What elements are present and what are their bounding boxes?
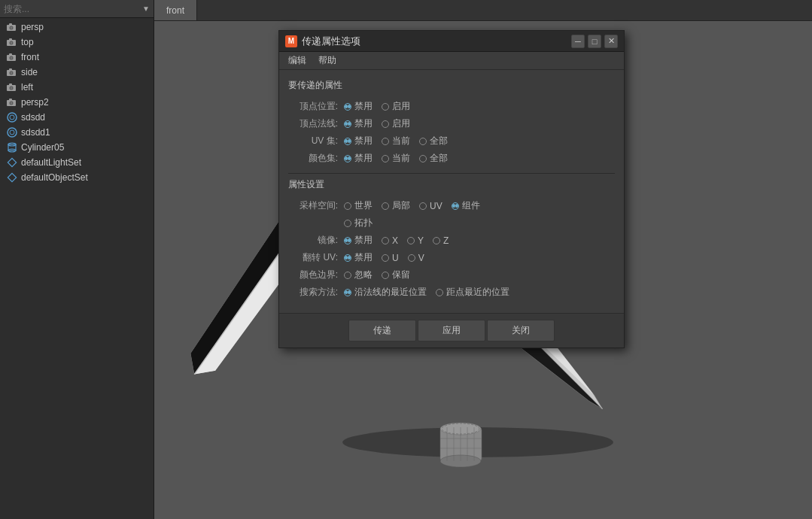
sidebar-item-persp2[interactable]: persp2 xyxy=(0,95,154,110)
mirror-z[interactable]: Z xyxy=(433,235,449,246)
defaultObjectSet-icon xyxy=(6,173,18,182)
uv-set-current[interactable]: 当前 xyxy=(382,135,410,147)
viewport-topbar: front xyxy=(154,0,812,21)
sidebar-item-label-persp2: persp2 xyxy=(21,97,49,108)
dialog-menu-edit[interactable]: 编辑 xyxy=(282,53,312,68)
row-vertex-position: 顶点位置: 禁用 启用 xyxy=(288,98,615,115)
sdsdd-icon xyxy=(6,113,18,122)
sample-component[interactable]: 组件 xyxy=(452,199,480,212)
close-button[interactable]: 关闭 xyxy=(487,320,555,341)
sidebar-item-label-defaultLightSet: defaultLightSet xyxy=(21,157,81,168)
sidebar-item-sdsdd[interactable]: sdsdd xyxy=(0,110,154,125)
mirror-disable[interactable]: 禁用 xyxy=(344,234,373,247)
uv-set-all[interactable]: 全部 xyxy=(419,135,448,147)
sidebar-item-top[interactable]: top xyxy=(0,35,154,50)
svg-rect-17 xyxy=(9,83,12,86)
sidebar-item-side[interactable]: side xyxy=(0,65,154,80)
sample-space-label: 采样空间: xyxy=(288,197,341,214)
sidebar: ▼ persp top front xyxy=(0,0,154,519)
vertex-position-disable[interactable]: 禁用 xyxy=(344,100,373,113)
row-vertex-normal: 顶点法线: 禁用 启用 xyxy=(288,115,615,132)
sample-space-options: 世界 局部 UV 组件 xyxy=(341,197,615,214)
sample-local[interactable]: 局部 xyxy=(382,199,410,212)
vertex-position-enable-label: 启用 xyxy=(392,100,410,113)
row-topology: 拓扑 xyxy=(288,214,615,232)
dialog-title: M 传递属性选项 xyxy=(285,35,360,48)
color-border-preserve[interactable]: 保留 xyxy=(382,269,410,281)
svg-point-19 xyxy=(11,87,13,90)
topology-label xyxy=(288,214,341,232)
color-set-current-label: 当前 xyxy=(392,152,410,165)
color-set-disable[interactable]: 禁用 xyxy=(344,152,373,165)
sidebar-item-left[interactable]: left xyxy=(0,80,154,95)
sidebar-item-sdsdd1[interactable]: sdsdd1 xyxy=(0,125,154,140)
color-set-all[interactable]: 全部 xyxy=(419,152,448,165)
dialog-title-icon: M xyxy=(285,35,297,47)
vertex-normal-disable-label: 禁用 xyxy=(354,117,373,130)
topology-radio[interactable]: 拓扑 xyxy=(344,217,373,229)
row-flip-uv: 翻转 UV: 禁用 U V xyxy=(288,249,615,266)
uv-set-disable[interactable]: 禁用 xyxy=(344,135,373,147)
flip-uv-disable[interactable]: 禁用 xyxy=(344,251,373,264)
defaultLightSet-icon xyxy=(6,158,18,167)
sidebar-item-label-top: top xyxy=(21,37,34,47)
dialog-maximize-button[interactable]: □ xyxy=(588,35,601,48)
svg-rect-5 xyxy=(9,38,12,41)
mirror-y[interactable]: Y xyxy=(407,235,424,246)
transfer-attr-dialog: M 传递属性选项 ─ □ ✕ 编辑 帮助 要传递的属性 顶点位置: xyxy=(278,30,625,348)
mirror-x[interactable]: X xyxy=(382,235,398,246)
divider1 xyxy=(288,173,615,174)
uv-set-label: UV 集: xyxy=(288,132,341,150)
transfer-button[interactable]: 传递 xyxy=(348,320,416,341)
flip-uv-label: 翻转 UV: xyxy=(288,249,341,266)
row-color-border: 颜色边界: 忽略 保留 xyxy=(288,266,615,284)
sidebar-item-defaultLightSet[interactable]: defaultLightSet xyxy=(0,155,154,170)
sidebar-item-persp[interactable]: persp xyxy=(0,20,154,35)
uv-set-all-label: 全部 xyxy=(430,135,448,147)
viewport-tab-front[interactable]: front xyxy=(154,0,197,20)
sample-world[interactable]: 世界 xyxy=(344,199,373,212)
vertex-position-enable[interactable]: 启用 xyxy=(382,100,410,113)
color-border-ignore[interactable]: 忽略 xyxy=(344,269,373,281)
sample-uv[interactable]: UV xyxy=(419,201,442,211)
dialog-title-text: 传递属性选项 xyxy=(302,35,360,48)
search-method-label: 搜索方法: xyxy=(288,284,341,301)
dialog-close-button[interactable]: ✕ xyxy=(604,35,618,48)
top-icon xyxy=(6,38,18,47)
flip-uv-u[interactable]: U xyxy=(382,253,399,263)
section2-table: 采样空间: 世界 局部 UV xyxy=(288,197,615,301)
sidebar-item-label-cylinder05: Cylinder05 xyxy=(21,142,64,153)
svg-point-25 xyxy=(10,115,14,120)
sidebar-item-cylinder05[interactable]: Cylinder05 xyxy=(0,140,154,155)
dialog-menubar: 编辑 帮助 xyxy=(279,52,624,70)
vertex-position-label: 顶点位置: xyxy=(288,98,341,115)
mirror-options: 禁用 X Y Z xyxy=(341,232,615,249)
search-bar[interactable]: ▼ xyxy=(0,0,154,18)
search-dropdown-arrow[interactable]: ▼ xyxy=(142,5,150,13)
flip-uv-v[interactable]: V xyxy=(408,253,424,263)
svg-point-7 xyxy=(11,42,13,44)
cylinder05-icon xyxy=(6,143,18,152)
dialog-footer: 传递 应用 关闭 xyxy=(279,313,624,348)
sidebar-item-label-persp: persp xyxy=(21,22,44,32)
row-color-set: 颜色集: 禁用 当前 全部 xyxy=(288,150,615,167)
row-search-method: 搜索方法: 沿法线的最近位置 距点最近的位置 xyxy=(288,284,615,301)
search-nearest-on-line[interactable]: 沿法线的最近位置 xyxy=(344,286,427,299)
vertex-normal-options: 禁用 启用 xyxy=(341,115,615,132)
sidebar-item-front[interactable]: front xyxy=(0,50,154,65)
vertex-normal-disable[interactable]: 禁用 xyxy=(344,117,373,130)
row-mirror: 镜像: 禁用 X Y xyxy=(288,232,615,249)
flip-uv-options: 禁用 U V xyxy=(341,249,615,266)
sidebar-item-label-sdsdd1: sdsdd1 xyxy=(21,127,50,138)
vertex-normal-enable[interactable]: 启用 xyxy=(382,117,410,130)
dialog-titlebar: M 传递属性选项 ─ □ ✕ xyxy=(279,31,624,52)
apply-button[interactable]: 应用 xyxy=(418,320,485,341)
color-set-current[interactable]: 当前 xyxy=(382,152,410,165)
search-nearest-point[interactable]: 距点最近的位置 xyxy=(436,286,509,299)
section1-title: 要传递的属性 xyxy=(288,79,615,92)
sidebar-item-defaultObjectSet[interactable]: defaultObjectSet xyxy=(0,170,154,185)
search-input[interactable] xyxy=(4,4,142,14)
svg-point-24 xyxy=(8,113,17,122)
dialog-menu-help[interactable]: 帮助 xyxy=(312,53,342,68)
dialog-minimize-button[interactable]: ─ xyxy=(571,35,585,48)
